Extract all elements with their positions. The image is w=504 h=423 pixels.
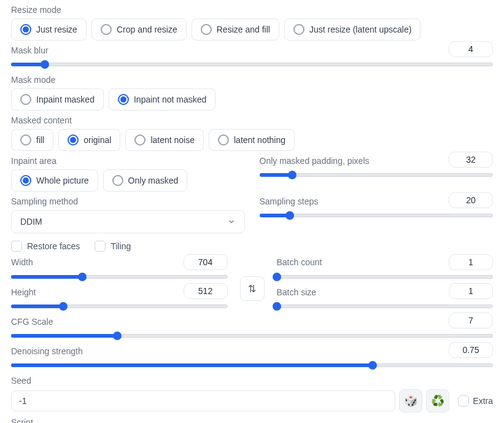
radio-icon <box>68 134 79 146</box>
radio-icon <box>201 24 212 35</box>
radio-icon <box>112 175 123 186</box>
inpaint-area-col: Inpaint area Whole pictureOnly masked <box>11 151 245 192</box>
radio-icon <box>20 175 31 186</box>
batch-col: Batch count 1 Batch size 1 <box>277 254 494 312</box>
checkbox-box-icon <box>11 241 22 252</box>
restore-faces-checkbox[interactable]: Restore faces <box>11 241 80 252</box>
seed-label: Seed <box>11 376 497 386</box>
masked-content-option-label: latent noise <box>150 135 195 145</box>
recycle-icon: ♻️ <box>431 394 444 408</box>
masked-content-option[interactable]: latent noise <box>125 129 204 151</box>
batch-size-value[interactable]: 1 <box>449 283 493 299</box>
denoising-strength-slider[interactable] <box>11 360 493 371</box>
resize-mode-option-label: Crop and resize <box>117 25 177 34</box>
height-label: Height <box>11 287 179 297</box>
width-slider[interactable] <box>11 271 228 282</box>
radio-icon <box>20 134 31 146</box>
seed-reuse-button[interactable]: ♻️ <box>426 389 449 413</box>
resize-mode-option[interactable]: Just resize <box>11 18 87 41</box>
sampling-method-col: Sampling method DDIM <box>11 192 245 233</box>
masked-content-label: Masked content <box>11 115 497 125</box>
mask-mode-option-label: Inpaint not masked <box>134 95 206 104</box>
radio-icon <box>118 94 129 105</box>
masked-content-option[interactable]: latent nothing <box>209 129 295 151</box>
only-masked-padding-label: Only masked padding, pixels <box>260 156 444 166</box>
radio-icon <box>101 24 112 35</box>
width-value[interactable]: 704 <box>184 254 228 270</box>
mask-blur-group: Mask blur 4 <box>11 41 493 70</box>
resize-mode-option[interactable]: Resize and fill <box>192 18 279 41</box>
inpaint-area-group: Whole pictureOnly masked <box>11 169 245 192</box>
checkbox-box-icon <box>458 395 469 406</box>
sampling-steps-slider[interactable] <box>260 210 494 221</box>
batch-count-slider[interactable] <box>277 271 494 282</box>
batch-count-value[interactable]: 1 <box>449 254 493 270</box>
mask-mode-option[interactable]: Inpaint masked <box>11 88 104 111</box>
mask-mode-group: Inpaint maskedInpaint not masked <box>11 88 497 111</box>
inpaint-area-option[interactable]: Only masked <box>103 169 188 192</box>
checkbox-box-icon <box>95 241 106 252</box>
mask-blur-value[interactable]: 4 <box>449 41 493 57</box>
inpaint-area-option-label: Only masked <box>128 176 179 185</box>
cfg-scale-slider[interactable] <box>11 330 493 341</box>
masked-content-option[interactable]: original <box>58 129 120 151</box>
mask-mode-option-label: Inpaint masked <box>36 95 95 104</box>
only-masked-padding-col: Only masked padding, pixels 32 <box>260 151 494 192</box>
masked-content-option[interactable]: fill <box>11 129 53 151</box>
script-label: Script <box>11 417 497 423</box>
sampling-steps-label: Sampling steps <box>260 196 444 206</box>
width-label: Width <box>11 257 179 267</box>
restore-faces-label: Restore faces <box>27 241 80 251</box>
radio-icon <box>20 24 31 35</box>
mask-mode-label: Mask mode <box>11 75 497 85</box>
inpaint-area-option[interactable]: Whole picture <box>11 169 98 192</box>
inpaint-area-option-label: Whole picture <box>36 176 89 185</box>
resize-mode-option-label: Just resize (latent upscale) <box>309 25 412 34</box>
radio-icon <box>134 134 145 146</box>
height-value[interactable]: 512 <box>184 283 228 299</box>
inpaint-area-label: Inpaint area <box>11 156 245 166</box>
chevron-down-icon <box>227 217 236 226</box>
cfg-scale-label: CFG Scale <box>11 317 444 327</box>
seed-extra-label: Extra <box>473 396 493 406</box>
tiling-label: Tiling <box>110 241 131 251</box>
resize-mode-option-label: Resize and fill <box>217 25 270 34</box>
sampling-method-label: Sampling method <box>11 196 245 206</box>
batch-size-label: Batch size <box>277 287 444 297</box>
mask-blur-label: Mask blur <box>11 45 444 55</box>
seed-extra-checkbox[interactable]: Extra <box>458 395 493 406</box>
height-slider[interactable] <box>11 301 228 312</box>
sampling-steps-value[interactable]: 20 <box>449 192 493 208</box>
swap-icon: ⇅ <box>248 283 256 295</box>
sampling-method-value: DDIM <box>20 217 42 227</box>
radio-icon <box>218 134 229 146</box>
tiling-checkbox[interactable]: Tiling <box>95 241 131 252</box>
resize-mode-option[interactable]: Just resize (latent upscale) <box>284 18 421 41</box>
sampling-steps-col: Sampling steps 20 <box>260 192 494 233</box>
radio-icon <box>20 94 31 105</box>
denoising-strength-label: Denoising strength <box>11 346 444 356</box>
masked-content-option-label: original <box>83 135 111 145</box>
resize-mode-option[interactable]: Crop and resize <box>91 18 187 41</box>
masked-content-group: filloriginallatent noiselatent nothing <box>11 129 497 151</box>
resize-mode-group: Just resizeCrop and resizeResize and fil… <box>11 18 497 41</box>
seed-random-button[interactable]: 🎲 <box>399 389 422 413</box>
only-masked-padding-slider[interactable] <box>260 169 494 180</box>
width-height-col: Width 704 Height 512 <box>11 254 228 312</box>
masked-content-option-label: latent nothing <box>234 135 285 145</box>
mask-mode-option[interactable]: Inpaint not masked <box>109 88 215 111</box>
resize-mode-label: Resize mode <box>11 5 497 15</box>
seed-input[interactable] <box>11 390 395 411</box>
masked-content-option-label: fill <box>36 135 44 145</box>
swap-dimensions-button[interactable]: ⇅ <box>240 276 265 301</box>
dice-icon: 🎲 <box>404 394 417 408</box>
sampling-method-select[interactable]: DDIM <box>11 210 245 233</box>
resize-mode-option-label: Just resize <box>36 25 77 34</box>
cfg-scale-value[interactable]: 7 <box>449 312 493 328</box>
only-masked-padding-value[interactable]: 32 <box>449 152 493 168</box>
batch-count-label: Batch count <box>277 257 444 267</box>
denoising-strength-value[interactable]: 0.75 <box>449 342 493 358</box>
radio-icon <box>293 24 304 35</box>
mask-blur-slider[interactable] <box>11 59 493 70</box>
batch-size-slider[interactable] <box>277 301 494 312</box>
